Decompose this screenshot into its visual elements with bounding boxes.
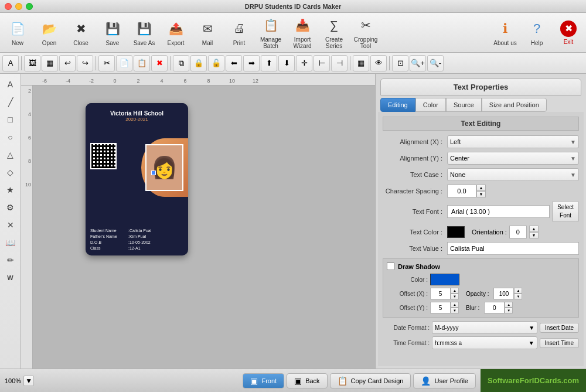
save-as-button[interactable]: 💾 Save As xyxy=(129,15,159,50)
move-down-button[interactable]: ⬇ xyxy=(278,55,295,71)
duplicate-button[interactable]: ⧉ xyxy=(173,55,189,71)
maximize-window-button[interactable] xyxy=(26,3,33,10)
save-button[interactable]: 💾 Save xyxy=(97,15,128,50)
shadow-blur-up[interactable]: ▲ xyxy=(505,302,513,308)
pencil-tool-button[interactable]: ✏ xyxy=(2,252,19,268)
triangle-tool-button[interactable]: △ xyxy=(2,146,19,163)
orientation-up[interactable]: ▲ xyxy=(529,226,539,232)
manage-batch-button[interactable]: 📋 Manage Batch xyxy=(255,15,286,50)
char-spacing-input[interactable] xyxy=(447,185,476,197)
shadow-color-picker[interactable] xyxy=(430,274,459,285)
zoom-out-button[interactable]: 🔍- xyxy=(427,55,444,71)
shadow-offset-x-down[interactable]: ▼ xyxy=(451,294,459,299)
star-tool-button[interactable]: ★ xyxy=(2,182,19,198)
tab-source[interactable]: Source xyxy=(446,98,482,112)
fit-button[interactable]: ⊡ xyxy=(392,55,408,71)
shadow-blur-btns: ▲ ▼ xyxy=(505,302,513,313)
shadow-opacity-up[interactable]: ▲ xyxy=(514,288,522,294)
close-button[interactable]: ✖ Close xyxy=(66,15,96,50)
line-tool-button[interactable]: ╱ xyxy=(2,94,19,110)
zoom-dropdown-button[interactable]: ▼ xyxy=(23,376,34,386)
barcode-button[interactable]: ▦ xyxy=(42,55,58,71)
export-button[interactable]: 📤 Export xyxy=(161,15,191,50)
shadow-offset-y-down[interactable]: ▼ xyxy=(451,308,459,313)
circle-tool-button[interactable]: ○ xyxy=(2,129,19,145)
align-right-button[interactable]: ⊣ xyxy=(331,55,347,71)
text-tool-button[interactable]: A xyxy=(2,55,19,71)
paste-button[interactable]: 📋 xyxy=(134,55,150,71)
undo-button[interactable]: ↩ xyxy=(59,55,76,71)
diamond-tool-button[interactable]: ◇ xyxy=(2,164,19,180)
create-series-button[interactable]: ∑ Create Series xyxy=(319,15,349,50)
image-button[interactable]: 🖼 xyxy=(24,55,40,71)
about-us-button[interactable]: ℹ About us xyxy=(490,15,520,50)
person-silhouette: 👩 xyxy=(146,145,182,190)
front-tab-button[interactable]: ▣ Front xyxy=(243,373,284,388)
draw-shadow-checkbox[interactable] xyxy=(387,263,394,270)
select-font-button[interactable]: Select Font xyxy=(552,201,579,222)
text-tool-button[interactable]: W xyxy=(2,270,19,286)
tab-color[interactable]: Color xyxy=(415,98,446,112)
orientation-down[interactable]: ▼ xyxy=(529,232,539,238)
shadow-opacity-input[interactable] xyxy=(493,288,514,299)
shadow-offset-y-input[interactable] xyxy=(430,302,451,313)
shadow-blur-down[interactable]: ▼ xyxy=(505,308,513,313)
exit-button[interactable]: ✖ Exit xyxy=(553,15,584,50)
insert-time-button[interactable]: Insert Time xyxy=(540,338,579,348)
copy-button[interactable]: 📄 xyxy=(116,55,132,71)
align-left-button[interactable]: ⊢ xyxy=(314,55,330,71)
preview-button[interactable]: 👁 xyxy=(370,55,387,71)
text-value-input[interactable] xyxy=(447,242,579,255)
char-spacing-down[interactable]: ▼ xyxy=(476,191,486,197)
select-tool-button[interactable]: A xyxy=(2,76,19,93)
grid-button[interactable]: ▦ xyxy=(353,55,369,71)
copy-card-design-button[interactable]: 📋 Copy Card Design xyxy=(330,373,411,388)
open-button[interactable]: 📂 Open xyxy=(34,15,64,50)
import-wizard-button[interactable]: 📥 Import Wizard xyxy=(287,15,318,50)
ruler-marks: -6 -4 -2 0 2 4 6 8 10 12 xyxy=(21,78,267,84)
date-format-select[interactable]: M-d-yyyy ▼ xyxy=(432,321,537,334)
group-button[interactable]: 🔒 xyxy=(190,55,207,71)
back-tab-button[interactable]: ▣ Back xyxy=(287,373,327,388)
user-profile-button[interactable]: 👤 User Profile xyxy=(413,373,475,388)
orientation-input[interactable] xyxy=(509,226,527,238)
redo-button[interactable]: ↪ xyxy=(77,55,93,71)
shadow-offset-x-up[interactable]: ▲ xyxy=(451,288,459,294)
char-spacing-up[interactable]: ▲ xyxy=(476,185,486,191)
text-case-select[interactable]: None ▼ xyxy=(447,168,579,181)
book-tool-button[interactable]: 📖 xyxy=(2,234,19,251)
print-button[interactable]: 🖨 Print xyxy=(224,15,254,50)
shadow-offset-y-up[interactable]: ▲ xyxy=(451,302,459,308)
cross-tool-button[interactable]: ✕ xyxy=(2,217,19,233)
zoom-in-button[interactable]: 🔍+ xyxy=(410,55,426,71)
move-up-button[interactable]: ⬆ xyxy=(261,55,277,71)
gear-tool-button[interactable]: ⚙ xyxy=(2,199,19,216)
new-button[interactable]: 📄 New xyxy=(2,15,33,50)
close-window-button[interactable] xyxy=(5,3,12,10)
tab-size-position[interactable]: Size and Position xyxy=(482,98,547,112)
help-button[interactable]: ? Help xyxy=(522,15,552,50)
shadow-blur-input[interactable] xyxy=(484,302,505,313)
text-color-picker[interactable] xyxy=(447,226,465,238)
insert-date-button[interactable]: Insert Date xyxy=(540,323,579,333)
cut-button[interactable]: ✂ xyxy=(98,55,115,71)
mail-button[interactable]: ✉ Mail xyxy=(192,15,223,50)
delete-button[interactable]: ✖ xyxy=(151,55,168,71)
card-selection-handle[interactable] xyxy=(151,171,156,175)
rect-tool-button[interactable]: □ xyxy=(2,111,19,128)
minimize-window-button[interactable] xyxy=(15,3,22,10)
move-left-button[interactable]: ⬅ xyxy=(226,55,242,71)
brand-bar: SoftwareForIDCards.com xyxy=(481,369,586,393)
ungroup-button[interactable]: 🔓 xyxy=(208,55,224,71)
id-card[interactable]: Victoria Hill School 2020-2021 👩 xyxy=(86,103,188,255)
alignment-x-select[interactable]: Left ▼ xyxy=(447,135,579,148)
move-right-button[interactable]: ➡ xyxy=(243,55,260,71)
alignment-y-select[interactable]: Center ▼ xyxy=(447,152,579,165)
shadow-offset-x-input[interactable] xyxy=(430,288,451,299)
cropping-tool-button[interactable]: ✂ Cropping Tool xyxy=(350,15,381,50)
tab-editing[interactable]: Editing xyxy=(380,98,415,112)
shadow-opacity-down[interactable]: ▼ xyxy=(514,294,522,299)
canvas-content[interactable]: Victoria Hill School 2020-2021 👩 xyxy=(33,86,375,369)
time-format-select[interactable]: h:mm:ss a ▼ xyxy=(432,336,537,349)
move-button[interactable]: ✛ xyxy=(296,55,312,71)
